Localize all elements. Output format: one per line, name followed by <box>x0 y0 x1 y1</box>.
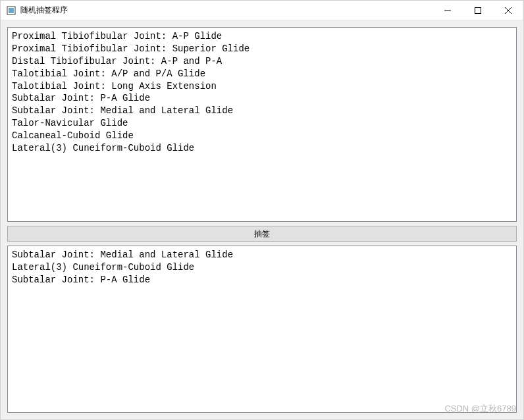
titlebar: 随机抽签程序 <box>1 1 523 20</box>
source-list-panel[interactable]: Proximal Tibiofibular Joint: A-P Glide P… <box>7 27 517 222</box>
app-window: 随机抽签程序 Proximal Tibiofibular Joint: A-P … <box>0 0 524 420</box>
app-icon <box>6 5 16 16</box>
close-button[interactable] <box>493 1 523 20</box>
draw-button[interactable]: 抽签 <box>7 226 517 242</box>
content-area: Proximal Tibiofibular Joint: A-P Glide P… <box>1 20 523 419</box>
svg-rect-1 <box>9 8 14 13</box>
maximize-button[interactable] <box>463 1 493 20</box>
result-list-panel[interactable]: Subtalar Joint: Medial and Lateral Glide… <box>7 246 517 413</box>
window-controls <box>432 1 523 20</box>
window-title: 随机抽签程序 <box>20 5 432 16</box>
svg-rect-3 <box>475 7 481 13</box>
minimize-button[interactable] <box>432 1 463 20</box>
